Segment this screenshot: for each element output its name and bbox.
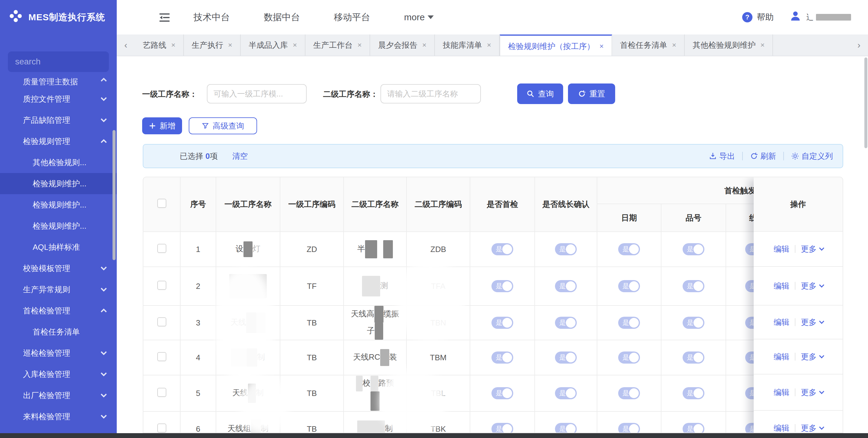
toggle-date[interactable]: 是 xyxy=(618,280,640,292)
tab-process-route[interactable]: 艺路线× xyxy=(135,34,184,56)
nav-more[interactable]: more xyxy=(404,12,434,22)
sidebar-search-input[interactable]: search xyxy=(8,52,109,72)
tab-first-inspection-tasks[interactable]: 首检任务清单× xyxy=(612,34,685,56)
clear-selection-link[interactable]: 清空 xyxy=(232,151,248,161)
sidebar-item-other-inspection-rules[interactable]: 其他检验规则... xyxy=(0,152,117,173)
close-icon[interactable]: × xyxy=(358,41,362,49)
toggle-is-first[interactable]: 是 xyxy=(492,317,513,329)
tabs-scroll-right[interactable]: › xyxy=(850,34,868,56)
row-checkbox[interactable] xyxy=(157,388,166,397)
tab-skill-list[interactable]: 技能库清单× xyxy=(435,34,500,56)
sidebar-item-production-abnormal-rules[interactable]: 生产异常规则 xyxy=(0,279,117,300)
close-icon[interactable]: × xyxy=(487,41,491,49)
sidebar-item-verify-templates[interactable]: 校验模板管理 xyxy=(0,258,117,279)
toggle-pn[interactable]: 是 xyxy=(683,280,704,292)
tab-other-inspection-rules[interactable]: 其他检验规则维护× xyxy=(685,34,773,56)
toggle-pn[interactable]: 是 xyxy=(683,351,704,364)
close-icon[interactable]: × xyxy=(599,42,604,51)
toggle-date[interactable]: 是 xyxy=(618,243,640,255)
menu-fold-icon[interactable] xyxy=(158,11,170,24)
query-button[interactable]: 查询 xyxy=(517,84,563,104)
l1-process-name-input[interactable] xyxy=(207,84,307,103)
row-checkbox[interactable] xyxy=(157,281,166,290)
sidebar-item-inbound-inspection[interactable]: 入库检验管理 xyxy=(0,364,117,385)
row-checkbox[interactable] xyxy=(157,244,166,253)
close-icon[interactable]: × xyxy=(228,41,232,49)
edit-link[interactable]: 编辑 xyxy=(774,351,789,362)
toggle-pn[interactable]: 是 xyxy=(683,243,704,255)
tab-inspection-rule-by-process[interactable]: 检验规则维护（按工序）× xyxy=(500,34,612,56)
sidebar-item-product-defects[interactable]: 产品缺陷管理 xyxy=(0,110,117,131)
close-icon[interactable]: × xyxy=(293,41,297,49)
tab-morning-report[interactable]: 晨夕会报告× xyxy=(370,34,435,56)
sidebar-item-qc-files[interactable]: 质控文件管理 xyxy=(0,88,117,110)
toggle-is-first[interactable]: 是 xyxy=(492,351,513,364)
user-menu[interactable]: 辶 xyxy=(789,10,851,25)
sidebar-item-incoming-inspection[interactable]: 来料检验管理 xyxy=(0,406,117,427)
toggle-confirm[interactable]: 是 xyxy=(555,317,577,329)
refresh-button[interactable]: 刷新 xyxy=(750,151,776,161)
help-button[interactable]: ? 帮助 xyxy=(742,11,774,23)
sidebar-item-patrol-inspection[interactable]: 巡检检验管理 xyxy=(0,342,117,364)
toggle-is-first[interactable]: 是 xyxy=(492,423,513,433)
sidebar-item-abnormal-handling[interactable]: 异常处置管理 xyxy=(0,427,117,433)
toggle-date[interactable]: 是 xyxy=(618,387,640,399)
close-icon[interactable]: × xyxy=(422,41,427,49)
close-icon[interactable]: × xyxy=(672,41,676,49)
toggle-confirm[interactable]: 是 xyxy=(555,423,577,433)
nav-mobile-platform[interactable]: 移动平台 xyxy=(334,11,370,24)
edit-link[interactable]: 编辑 xyxy=(774,423,789,434)
toggle-date[interactable]: 是 xyxy=(618,351,640,364)
sidebar-item-first-inspection-mgmt[interactable]: 首检检验管理 xyxy=(0,300,117,321)
nav-data-platform[interactable]: 数据中台 xyxy=(264,11,300,24)
tab-semi-finished-inbound[interactable]: 半成品入库× xyxy=(241,34,306,56)
more-link[interactable]: 更多 xyxy=(801,387,823,398)
row-checkbox[interactable] xyxy=(157,424,166,433)
edit-link[interactable]: 编辑 xyxy=(774,387,789,398)
toggle-is-first[interactable]: 是 xyxy=(492,280,513,292)
more-link[interactable]: 更多 xyxy=(801,351,823,362)
sidebar-item-inspection-rule-maintain-2[interactable]: 检验规则维护... xyxy=(0,194,117,215)
toggle-is-first[interactable]: 是 xyxy=(492,387,513,399)
sidebar-item-inspection-rule-maintain-active[interactable]: 检验规则维护... xyxy=(0,173,117,194)
advanced-query-button[interactable]: 高级查询 xyxy=(189,117,257,134)
nav-tech-platform[interactable]: 技术中台 xyxy=(193,11,230,24)
sidebar-scrollbar-thumb[interactable] xyxy=(113,130,116,260)
tab-production-workbench[interactable]: 生产工作台× xyxy=(306,34,370,56)
export-button[interactable]: 导出 xyxy=(709,151,735,161)
reset-button[interactable]: 重置 xyxy=(568,84,615,104)
edit-link[interactable]: 编辑 xyxy=(774,244,789,254)
toggle-pn[interactable]: 是 xyxy=(683,387,704,399)
more-link[interactable]: 更多 xyxy=(801,423,823,434)
more-link[interactable]: 更多 xyxy=(801,244,823,254)
toggle-date[interactable]: 是 xyxy=(618,423,640,433)
sidebar-item-inspection-rule-maintain-3[interactable]: 检验规则维护... xyxy=(0,215,117,237)
close-icon[interactable]: × xyxy=(760,41,765,49)
select-all-checkbox[interactable] xyxy=(157,199,166,208)
toggle-confirm[interactable]: 是 xyxy=(555,280,577,292)
tab-production-exec[interactable]: 生产执行× xyxy=(184,34,241,56)
toggle-confirm[interactable]: 是 xyxy=(555,387,577,399)
toggle-pn[interactable]: 是 xyxy=(683,317,704,329)
sidebar-item-outbound-inspection[interactable]: 出厂检验管理 xyxy=(0,385,117,406)
more-link[interactable]: 更多 xyxy=(801,317,823,327)
toggle-confirm[interactable]: 是 xyxy=(555,351,577,364)
toggle-date[interactable]: 是 xyxy=(618,317,640,329)
add-button[interactable]: 新增 xyxy=(142,117,182,134)
tabs-scroll-left[interactable]: ‹ xyxy=(117,34,135,56)
toggle-confirm[interactable]: 是 xyxy=(555,243,577,255)
toggle-is-first[interactable]: 是 xyxy=(492,243,513,255)
l2-process-name-input[interactable] xyxy=(380,84,481,103)
page-scrollbar-thumb[interactable] xyxy=(864,58,867,148)
close-icon[interactable]: × xyxy=(171,41,176,49)
sidebar-item-quality-master-data[interactable]: 质量管理主数据 xyxy=(0,77,117,88)
sidebar-item-first-inspection-tasks[interactable]: 首检任务清单 xyxy=(0,321,117,342)
sidebar-item-aql-standard[interactable]: AQL抽样标准 xyxy=(0,237,117,258)
more-link[interactable]: 更多 xyxy=(801,281,823,291)
row-checkbox[interactable] xyxy=(157,352,166,361)
row-checkbox[interactable] xyxy=(157,317,166,326)
edit-link[interactable]: 编辑 xyxy=(774,317,789,327)
edit-link[interactable]: 编辑 xyxy=(774,281,789,291)
sidebar-item-inspection-rules[interactable]: 检验规则管理 xyxy=(0,131,117,152)
customize-columns-button[interactable]: 自定义列 xyxy=(791,151,833,161)
